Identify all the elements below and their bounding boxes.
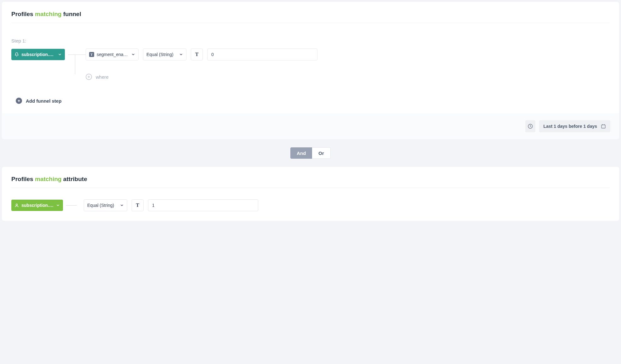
logic-or-button[interactable]: Or bbox=[312, 147, 331, 159]
bell-icon bbox=[14, 52, 19, 57]
funnel-panel: Profiles matching funnel Step 1: subscri… bbox=[2, 2, 619, 115]
attr-operator-label: Equal (String) bbox=[87, 203, 117, 208]
chevron-down-icon bbox=[131, 53, 135, 56]
title-suffix: funnel bbox=[63, 11, 81, 17]
person-icon bbox=[14, 203, 19, 208]
svg-point-4 bbox=[16, 204, 18, 205]
event-chip-label: subscription.s… bbox=[21, 52, 55, 57]
attr-value-input[interactable] bbox=[148, 199, 258, 211]
attr-operator-select[interactable]: Equal (String) bbox=[84, 199, 127, 211]
svg-rect-1 bbox=[601, 125, 605, 128]
where-row: + where bbox=[86, 74, 610, 80]
attribute-chip[interactable]: subscription.… bbox=[11, 200, 63, 211]
divider bbox=[11, 23, 610, 23]
calendar-icon bbox=[601, 124, 606, 129]
property-label: segment_ena… bbox=[97, 52, 129, 57]
attribute-filter-row: subscription.… Equal (String) T bbox=[11, 199, 610, 211]
value-type-button[interactable]: T bbox=[191, 48, 203, 60]
add-where-button[interactable]: + where bbox=[86, 74, 109, 80]
title-prefix: Profiles bbox=[11, 176, 33, 182]
date-range-label: Last 1 days before 1 days bbox=[544, 124, 597, 129]
step-label: Step 1: bbox=[11, 38, 610, 43]
attribute-chip-label: subscription.… bbox=[21, 203, 54, 208]
attribute-title: Profiles matching attribute bbox=[11, 176, 610, 183]
logic-row: And Or bbox=[2, 139, 619, 167]
where-label: where bbox=[96, 74, 109, 80]
chevron-down-icon bbox=[179, 53, 183, 56]
funnel-filter-row: subscription.s… T segment_ena… Equal (St… bbox=[11, 48, 610, 60]
text-type-icon: T bbox=[89, 52, 94, 57]
title-prefix: Profiles bbox=[11, 11, 33, 17]
title-matching: matching bbox=[35, 11, 61, 17]
date-footer: Last 1 days before 1 days bbox=[2, 113, 619, 139]
plus-circle-solid-icon: + bbox=[16, 98, 22, 104]
attr-value-type-button[interactable]: T bbox=[132, 199, 144, 211]
plus-circle-icon: + bbox=[86, 74, 92, 80]
add-step-label: Add funnel step bbox=[26, 98, 61, 104]
chevron-down-icon bbox=[56, 203, 60, 207]
chevron-down-icon bbox=[120, 203, 124, 207]
event-chip[interactable]: subscription.s… bbox=[11, 49, 65, 60]
clock-button[interactable] bbox=[525, 120, 535, 132]
divider bbox=[11, 188, 610, 188]
property-select[interactable]: T segment_ena… bbox=[86, 48, 139, 60]
attribute-panel: Profiles matching attribute subscription… bbox=[2, 167, 619, 221]
connector bbox=[66, 205, 77, 206]
funnel-title: Profiles matching funnel bbox=[11, 11, 610, 18]
add-funnel-step[interactable]: + Add funnel step bbox=[16, 98, 610, 104]
date-range-button[interactable]: Last 1 days before 1 days bbox=[539, 120, 610, 132]
clock-icon bbox=[527, 123, 533, 129]
operator-select[interactable]: Equal (String) bbox=[143, 48, 186, 60]
title-matching: matching bbox=[35, 176, 61, 182]
logic-and-button[interactable]: And bbox=[290, 147, 312, 159]
chevron-down-icon bbox=[58, 53, 62, 56]
value-input[interactable] bbox=[207, 48, 317, 60]
operator-label: Equal (String) bbox=[146, 52, 177, 57]
title-suffix: attribute bbox=[63, 176, 87, 182]
connector bbox=[65, 48, 86, 60]
